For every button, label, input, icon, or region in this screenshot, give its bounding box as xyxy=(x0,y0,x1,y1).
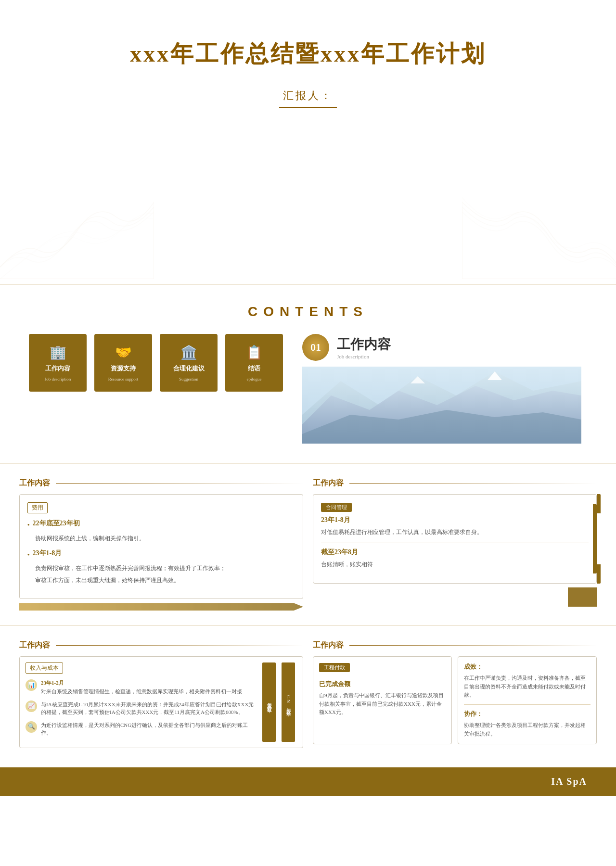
date-content-2b: 审核工作方面，未出现重大纰漏，始终保持严谨且高效。 xyxy=(27,575,295,585)
card-sub-2: Resource support xyxy=(108,377,139,382)
footer: IA SpA xyxy=(0,767,616,796)
work-content-row1: 工作内容 费用 • 22年底至23年初 协助网报系统的上线，编制相关操作指引。 … xyxy=(0,469,616,620)
cooperation-label: 协作： xyxy=(464,710,590,718)
completed-label: 已完成金额 xyxy=(319,680,446,688)
engineering-content: 工程付款 已完成金额 自9月起，负责与中国银行、汇丰银行与逾贷款及项目付款相关事… xyxy=(313,656,597,744)
date-content-1: 协助网报系统的上线，编制相关操作指引。 xyxy=(27,534,295,543)
engineering-underline xyxy=(349,645,597,646)
card-label-3: 合理化建议 xyxy=(173,364,205,373)
gold-block xyxy=(568,587,597,607)
contents-title: CONTENTS xyxy=(29,304,587,319)
card-resource-support[interactable]: 🤝 资源支持 Resource support xyxy=(94,334,152,392)
right-date-content-2: 台账清晰，账实相符 xyxy=(321,560,589,569)
section-number: 01 xyxy=(302,334,329,361)
cooperation-text: 协助整理统计各类涉及项目工程付款方案，并发起相关审批流程。 xyxy=(464,721,590,738)
section01-title-cn: 工作内容 xyxy=(337,335,391,354)
card-label-1: 工作内容 xyxy=(45,364,70,373)
section01-image xyxy=(302,367,581,444)
engineering-col: 工作内容 工程付款 已完成金额 自9月起，负责与中国银行、汇丰银行与逾贷款及项目… xyxy=(313,640,597,748)
strip-2: CN年度对账单 xyxy=(282,662,295,742)
section01-title-en: Job description xyxy=(337,354,391,359)
achievement-text: 在工作中严谨负责，沟通及时，资料准备齐备，截至目前出现的资料不齐全而造成未能付款… xyxy=(464,674,590,700)
right-date-label-2: 截至23年8月 xyxy=(321,548,589,557)
gold-corner xyxy=(313,587,597,607)
card-sub-4: epilogue xyxy=(247,377,262,382)
income-tag: 收入与成本 xyxy=(26,662,63,674)
date-label-1: 22年底至23年初 xyxy=(33,519,80,528)
achievement-label: 成效： xyxy=(464,662,590,671)
date-content-2a: 负责网报审核，在工作中逐渐熟悉并完善网报流程；有效提升了工作效率； xyxy=(27,563,295,573)
icon-2: 📈 xyxy=(26,700,37,712)
gold-bar-bottom xyxy=(597,564,601,584)
right-date-content-1: 对低值易耗品进行相应管理，工作认真，以最高标准要求自身。 xyxy=(321,527,589,537)
card-sub-3: Suggestion xyxy=(179,377,198,382)
reporter-label: 汇报人： xyxy=(283,89,333,103)
income-col: 工作内容 收入与成本 📊 23年1-2月 对来自系统及销售管理情报生，检查递，维… xyxy=(19,640,303,748)
left-title: 工作内容 xyxy=(19,478,50,488)
achievement-divider xyxy=(464,704,590,705)
work-box-right: 合同管理 23年1-8月 对低值易耗品进行相应管理，工作认真，以最高标准要求自身… xyxy=(313,494,597,584)
completed-section: 已完成金额 自9月起，负责与中国银行、汇丰银行与逾贷款及项目付款相关事宜，截至目… xyxy=(319,680,446,717)
left-underline xyxy=(56,483,303,484)
right-date-section-2: 截至23年8月 台账清晰，账实相符 xyxy=(321,548,589,569)
engineering-section-header: 工作内容 xyxy=(313,640,597,650)
columns-icon: 🏛️ xyxy=(180,344,197,360)
gold-bar-top xyxy=(597,494,601,513)
income-item-1: 📊 23年1-2月 对来自系统及销售管理情报生，检查递，维意数据库实现完毕，相关… xyxy=(26,679,257,696)
icon-1: 📊 xyxy=(26,679,37,691)
work-box-left: 费用 • 22年底至23年初 协助网报系统的上线，编制相关操作指引。 • 23年… xyxy=(19,494,303,599)
page-divider-2 xyxy=(0,463,616,464)
card-epilogue[interactable]: 📋 结语 epilogue xyxy=(225,334,283,392)
card-label-4: 结语 xyxy=(248,364,260,373)
right-date-section-1: 23年1-8月 对低值易耗品进行相应管理，工作认真，以最高标准要求自身。 xyxy=(321,516,589,537)
date-section-2: • 23年1-8月 负责网报审核，在工作中逐渐熟悉并完善网报流程；有效提升了工作… xyxy=(27,549,295,585)
date-section-1: • 22年底至23年初 协助网报系统的上线，编制相关操作指引。 xyxy=(27,519,295,543)
card-label-2: 资源支持 xyxy=(111,364,136,373)
work-right-col: 工作内容 合同管理 23年1-8月 对低值易耗品进行相应管理，工作认真，以最高标… xyxy=(313,478,597,611)
handshake-icon: 🤝 xyxy=(115,344,132,360)
page-title: xxx年工作总结暨xxx年工作计划 xyxy=(130,38,486,69)
building-icon: 🏢 xyxy=(50,344,66,360)
clipboard-icon: 📋 xyxy=(246,344,263,360)
income-item-2: 📈 与IA核应查完成1-10月累计XXX未开票来来的的资：并完成24年应答计划目… xyxy=(26,700,257,716)
card-job-description[interactable]: 🏢 工作内容 Job description xyxy=(29,334,87,392)
mountain-decoration-right xyxy=(462,144,616,279)
completed-text: 自9月起，负责与中国银行、汇丰银行与逾贷款及项目付款相关事宜，截至目前已完成付款… xyxy=(319,691,446,717)
income-item-3: 🔍 为近行设监相情规，是天对系列的CNG进行确认，及依据全各部门与供应商之后的对… xyxy=(26,721,257,737)
right-underline xyxy=(349,483,597,484)
engineering-right: 成效： 在工作中严谨负责，沟通及时，资料准备齐备，截至目前出现的资料不齐全而造成… xyxy=(458,656,597,744)
achievement-row: 成效： 在工作中严谨负责，沟通及时，资料准备齐备，截至目前出现的资料不齐全而造成… xyxy=(464,662,590,738)
income-section-header: 工作内容 xyxy=(19,640,303,650)
contents-grid: 🏢 工作内容 Job description 🤝 资源支持 Resource s… xyxy=(29,334,283,392)
income-main: 收入与成本 📊 23年1-2月 对来自系统及销售管理情报生，检查递，维意数据库实… xyxy=(26,662,257,742)
work-left-col: 工作内容 费用 • 22年底至23年初 协助网报系统的上线，编制相关操作指引。 … xyxy=(19,478,303,611)
achievement-col: 成效： 在工作中严谨负责，沟通及时，资料准备齐备，截至目前出现的资料不齐全而造成… xyxy=(464,662,590,738)
engineering-tag: 工程付款 xyxy=(319,663,350,672)
item2-text: 与IA核应查完成1-10月累计XXX未开票来来的的资：并完成24年应答计划目已付… xyxy=(41,700,257,716)
card-suggestion[interactable]: 🏛️ 合理化建议 Suggestion xyxy=(160,334,218,392)
income-underline xyxy=(56,645,303,646)
item3-text: 为近行设监相情规，是天对系列的CNG进行确认，及依据全各部门与供应商之后的对账工… xyxy=(41,721,257,737)
cover-page: xxx年工作总结暨xxx年工作计划 汇报人： xyxy=(0,0,616,279)
vertical-strips: 年度累计对账单 CN年度对账单 xyxy=(260,662,297,742)
title-underline xyxy=(279,107,337,108)
cost-tag: 费用 xyxy=(27,502,48,513)
item1-date: 23年1-2月 xyxy=(41,679,242,687)
date-label-2: 23年1-8月 xyxy=(33,549,62,558)
income-box: 收入与成本 📊 23年1-2月 对来自系统及销售管理情报生，检查递，维意数据库实… xyxy=(19,656,303,748)
section01-preview: 01 工作内容 Job description xyxy=(302,334,581,444)
page-divider-1 xyxy=(0,284,616,285)
right-date-label-1: 23年1-8月 xyxy=(321,516,589,524)
right-section-header: 工作内容 xyxy=(313,478,597,488)
right-title: 工作内容 xyxy=(313,478,344,488)
contents-page: CONTENTS 🏢 工作内容 Job description 🤝 资源支持 R… xyxy=(0,290,616,458)
income-title: 工作内容 xyxy=(19,640,50,650)
contract-tag: 合同管理 xyxy=(321,503,352,512)
inner-divider xyxy=(321,543,589,543)
engineering-title: 工作内容 xyxy=(313,640,344,650)
right-work-container: 合同管理 23年1-8月 对低值易耗品进行相应管理，工作认真，以最高标准要求自身… xyxy=(313,494,597,584)
item1-text: 对来自系统及销售管理情报生，检查递，维意数据库实现完毕，相关附件资料初一对接 xyxy=(41,688,242,696)
page-divider-3 xyxy=(0,625,616,626)
bullet-list: • 22年底至23年初 协助网报系统的上线，编制相关操作指引。 • 23年1-8… xyxy=(27,519,295,585)
company-name: IA SpA xyxy=(551,776,587,787)
